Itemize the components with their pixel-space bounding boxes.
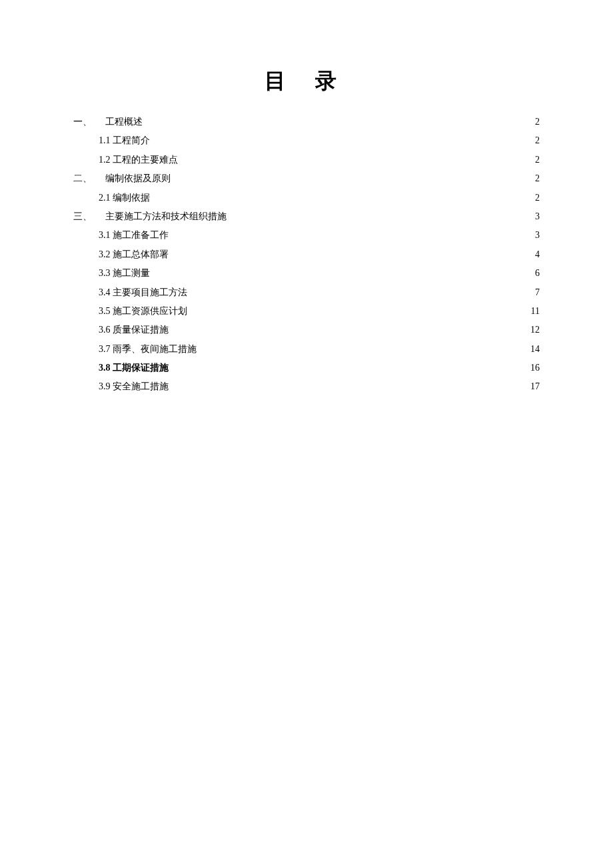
toc-label: 2.1 编制依据 xyxy=(99,191,150,205)
toc-page-number: 2 xyxy=(535,171,540,186)
toc-label: 3.7 雨季、夜间施工措施 xyxy=(99,342,197,357)
toc-label: 工程概述 xyxy=(105,115,143,129)
toc-label: 3.1 施工准备工作 xyxy=(99,228,169,243)
toc-entry: 3.8 工期保证措施16 xyxy=(73,361,540,375)
toc-label: 3.9 安全施工措施 xyxy=(99,379,169,394)
toc-entry: 3.5 施工资源供应计划11 xyxy=(73,304,540,319)
toc-label: 3.2 施工总体部署 xyxy=(99,247,169,262)
toc-entry: 3.2 施工总体部署4 xyxy=(73,247,540,262)
toc-label: 主要施工方法和技术组织措施 xyxy=(105,209,227,224)
toc-page-number: 2 xyxy=(535,133,540,148)
toc-ordinal: 二、 xyxy=(73,171,92,186)
toc-entry: 3.4 主要项目施工方法7 xyxy=(73,285,540,300)
toc-page-number: 16 xyxy=(530,361,540,375)
toc-page-number: 14 xyxy=(530,342,540,357)
toc-entry: 一、工程概述2 xyxy=(73,115,540,129)
toc-page-number: 12 xyxy=(530,323,540,337)
toc-entry: 1.1 工程简介2 xyxy=(73,133,540,148)
toc-label: 3.3 施工测量 xyxy=(99,266,150,281)
toc-ordinal: 一、 xyxy=(73,115,92,129)
toc-page-number: 3 xyxy=(535,228,540,243)
toc-entry: 3.9 安全施工措施17 xyxy=(73,379,540,394)
toc-label: 编制依据及原则 xyxy=(105,171,171,186)
toc-ordinal: 三、 xyxy=(73,209,92,224)
toc-page-number: 2 xyxy=(535,153,540,167)
toc-entry: 3.3 施工测量6 xyxy=(73,266,540,281)
toc-label: 3.5 施工资源供应计划 xyxy=(99,304,187,319)
toc-entry: 3.7 雨季、夜间施工措施14 xyxy=(73,342,540,357)
toc-label: 3.4 主要项目施工方法 xyxy=(99,285,187,300)
toc-page-number: 2 xyxy=(535,115,540,129)
toc-page-number: 4 xyxy=(535,247,540,262)
toc-entry: 三、主要施工方法和技术组织措施3 xyxy=(73,209,540,224)
toc-label: 3.8 工期保证措施 xyxy=(99,361,169,375)
toc-page-number: 3 xyxy=(535,209,540,224)
toc-entry: 1.2 工程的主要难点2 xyxy=(73,153,540,167)
toc-entry: 二、编制依据及原则2 xyxy=(73,171,540,186)
toc-entry: 3.1 施工准备工作3 xyxy=(73,228,540,243)
toc-page-number: 11 xyxy=(531,304,540,319)
table-of-contents: 一、工程概述21.1 工程简介21.2 工程的主要难点2二、编制依据及原则22.… xyxy=(73,115,540,395)
toc-entry: 3.6 质量保证措施12 xyxy=(73,323,540,337)
toc-label: 3.6 质量保证措施 xyxy=(99,323,169,337)
toc-page-number: 7 xyxy=(535,285,540,300)
toc-page-number: 2 xyxy=(535,191,540,205)
toc-entry: 2.1 编制依据2 xyxy=(73,191,540,205)
toc-page-number: 17 xyxy=(530,379,540,394)
toc-label: 1.1 工程简介 xyxy=(99,133,150,148)
toc-page-number: 6 xyxy=(535,266,540,281)
toc-label: 1.2 工程的主要难点 xyxy=(99,153,178,167)
page-title: 目 录 xyxy=(73,67,540,96)
